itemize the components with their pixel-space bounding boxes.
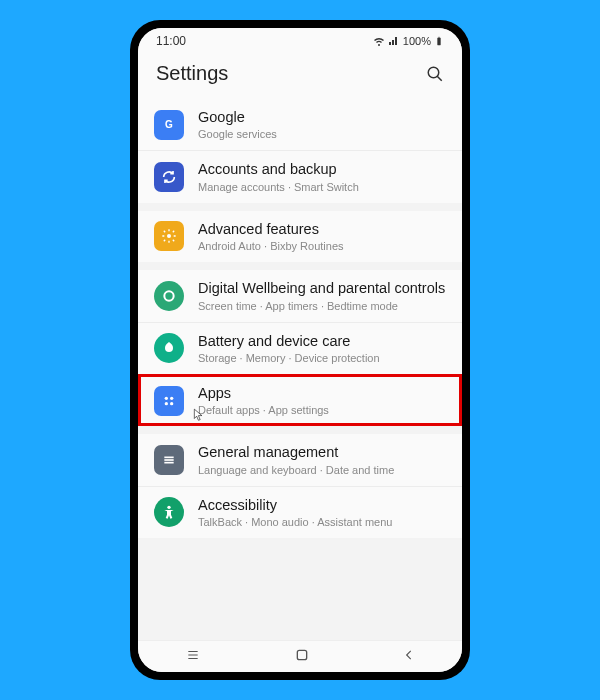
row-sub: Language and keyboard · Date and time <box>198 464 446 476</box>
row-sub: Manage accounts · Smart Switch <box>198 181 446 193</box>
status-icons: 100% <box>373 35 444 47</box>
row-title: Digital Wellbeing and parental controls <box>198 280 446 297</box>
phone-frame: 11:00 100% Settings G Google G <box>130 20 470 680</box>
svg-point-8 <box>170 402 173 405</box>
page-title: Settings <box>156 62 426 85</box>
apps-icon <box>154 386 184 416</box>
advanced-icon <box>154 221 184 251</box>
row-sub: Storage · Memory · Device protection <box>198 352 446 364</box>
row-title: Advanced features <box>198 221 446 238</box>
svg-rect-16 <box>297 650 306 659</box>
battery-icon <box>434 35 444 47</box>
row-title: Battery and device care <box>198 333 446 350</box>
row-title: Google <box>198 109 446 126</box>
svg-point-6 <box>170 396 173 399</box>
svg-line-1 <box>437 76 442 81</box>
settings-row-google[interactable]: G Google Google services <box>138 99 462 150</box>
row-title: General management <box>198 444 446 461</box>
svg-point-0 <box>428 67 439 78</box>
wellbeing-icon <box>154 281 184 311</box>
settings-row-battery[interactable]: Battery and device care Storage · Memory… <box>138 322 462 374</box>
svg-point-12 <box>167 506 170 509</box>
row-sub: Android Auto · Bixby Routines <box>198 240 446 252</box>
sync-icon <box>154 162 184 192</box>
svg-point-7 <box>165 402 168 405</box>
svg-point-3 <box>167 234 171 238</box>
row-title: Accounts and backup <box>198 161 446 178</box>
settings-row-accounts[interactable]: Accounts and backup Manage accounts · Sm… <box>138 150 462 202</box>
wifi-icon <box>373 35 385 47</box>
svg-point-4 <box>164 291 173 300</box>
row-sub: Default apps · App settings <box>198 404 446 416</box>
settings-row-advanced[interactable]: Advanced features Android Auto · Bixby R… <box>138 211 462 262</box>
nav-home[interactable] <box>294 647 310 667</box>
svg-text:G: G <box>165 119 173 130</box>
header: Settings <box>138 54 462 99</box>
battery-text: 100% <box>403 35 431 47</box>
svg-point-5 <box>165 396 168 399</box>
row-title: Apps <box>198 385 446 402</box>
settings-row-general[interactable]: General management Language and keyboard… <box>138 434 462 485</box>
row-sub: Google services <box>198 128 446 140</box>
google-icon: G <box>154 110 184 140</box>
settings-row-apps[interactable]: Apps Default apps · App settings <box>138 374 462 426</box>
accessibility-icon <box>154 497 184 527</box>
signal-icon <box>388 35 400 47</box>
settings-row-wellbeing[interactable]: Digital Wellbeing and parental controls … <box>138 270 462 321</box>
settings-row-accessibility[interactable]: Accessibility TalkBack · Mono audio · As… <box>138 486 462 538</box>
settings-list: G Google Google services Accounts and ba… <box>138 99 462 640</box>
general-icon <box>154 445 184 475</box>
status-time: 11:00 <box>156 34 373 48</box>
nav-bar <box>138 640 462 672</box>
battery-care-icon <box>154 333 184 363</box>
row-title: Accessibility <box>198 497 446 514</box>
screen: 11:00 100% Settings G Google G <box>138 28 462 672</box>
row-sub: Screen time · App timers · Bedtime mode <box>198 300 446 312</box>
nav-back[interactable] <box>402 648 416 666</box>
status-bar: 11:00 100% <box>138 28 462 54</box>
nav-recents[interactable] <box>184 648 202 666</box>
row-sub: TalkBack · Mono audio · Assistant menu <box>198 516 446 528</box>
search-icon[interactable] <box>426 65 444 83</box>
